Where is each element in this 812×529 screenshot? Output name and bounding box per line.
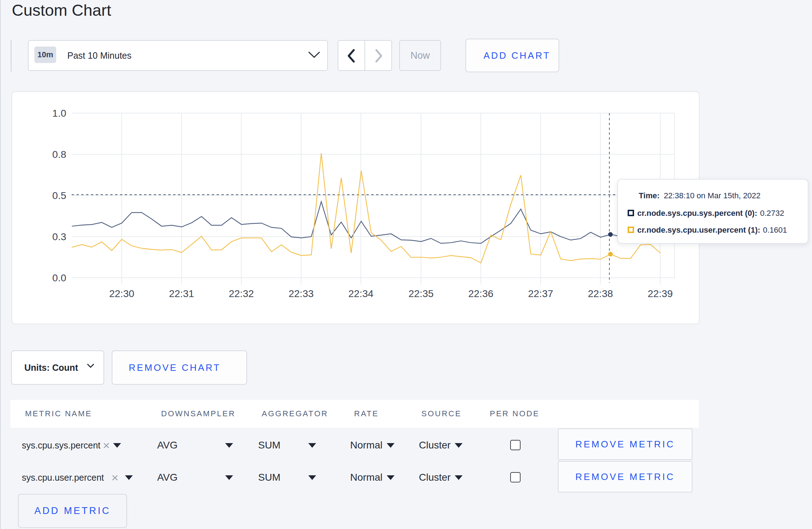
svg-text:22:30: 22:30 (109, 288, 134, 299)
svg-text:0.8: 0.8 (52, 149, 66, 160)
svg-text:22:37: 22:37 (528, 288, 553, 299)
svg-text:0.5: 0.5 (52, 190, 66, 201)
svg-text:0.3: 0.3 (52, 231, 66, 242)
svg-text:0.0: 0.0 (52, 272, 66, 283)
svg-text:22:32: 22:32 (229, 288, 254, 299)
svg-text:22:31: 22:31 (169, 288, 194, 299)
svg-text:22:34: 22:34 (348, 288, 373, 299)
svg-text:22:35: 22:35 (409, 288, 434, 299)
svg-text:22:33: 22:33 (289, 288, 314, 299)
svg-text:22:36: 22:36 (468, 288, 493, 299)
svg-text:22:38: 22:38 (588, 288, 613, 299)
svg-text:22:39: 22:39 (648, 288, 673, 299)
svg-text:1.0: 1.0 (52, 108, 66, 119)
